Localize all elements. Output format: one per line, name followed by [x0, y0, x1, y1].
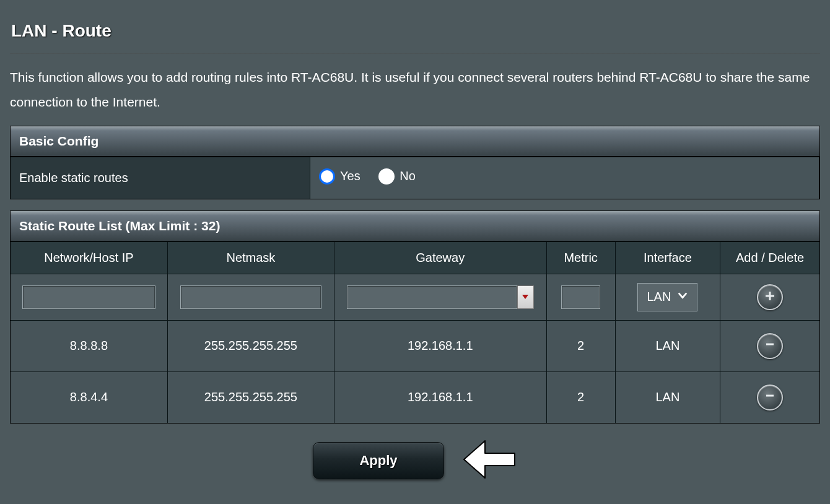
enable-static-routes-value-cell: Yes No: [310, 157, 819, 199]
apply-button[interactable]: Apply: [313, 442, 444, 479]
chevron-down-icon: [677, 290, 688, 304]
basic-config-table: Basic Config Enable static routes Yes No: [10, 126, 820, 199]
new-ip-input[interactable]: [22, 285, 155, 309]
cell-netmask: 255.255.255.255: [168, 320, 334, 371]
delete-route-button[interactable]: [757, 333, 783, 359]
apply-button-label: Apply: [359, 453, 397, 469]
plus-icon: [764, 290, 776, 305]
new-netmask-input[interactable]: [180, 285, 321, 309]
gateway-dropdown-button[interactable]: [517, 285, 534, 309]
cell-gateway: 192.168.1.1: [334, 371, 547, 423]
route-list-header: Static Route List (Max Limit : 32): [11, 211, 819, 241]
cell-metric: 2: [547, 371, 616, 423]
delete-route-button[interactable]: [757, 385, 783, 411]
radio-no-wrap[interactable]: No: [378, 168, 416, 185]
page-description: This function allows you to add routing …: [10, 65, 820, 115]
radio-no[interactable]: [378, 168, 395, 185]
cell-ip: 8.8.4.4: [11, 371, 168, 423]
cell-interface: LAN: [616, 371, 720, 423]
cell-metric: 2: [547, 320, 616, 371]
page-title: LAN - Route: [11, 21, 820, 41]
radio-yes-wrap[interactable]: Yes: [319, 168, 360, 185]
cell-gateway: 192.168.1.1: [334, 320, 547, 371]
col-metric: Metric: [547, 241, 616, 274]
new-interface-value: LAN: [647, 290, 671, 304]
radio-yes-label: Yes: [340, 169, 360, 183]
chevron-down-icon: [522, 292, 529, 303]
svg-marker-0: [522, 295, 528, 299]
col-action: Add / Delete: [720, 241, 819, 274]
radio-yes[interactable]: [319, 168, 335, 185]
cell-netmask: 255.255.255.255: [168, 371, 334, 423]
static-route-table: Static Route List (Max Limit : 32) Netwo…: [10, 211, 820, 424]
add-route-button[interactable]: [757, 284, 783, 310]
new-route-row: LAN: [11, 274, 819, 320]
minus-icon: [764, 338, 776, 354]
svg-marker-5: [464, 441, 515, 478]
col-gateway: Gateway: [334, 241, 547, 274]
enable-static-routes-label: Enable static routes: [11, 157, 310, 199]
cell-ip: 8.8.8.8: [11, 320, 168, 371]
basic-config-header: Basic Config: [11, 126, 819, 157]
new-gateway-input[interactable]: [347, 285, 517, 309]
new-metric-input[interactable]: [561, 285, 600, 309]
minus-icon: [764, 389, 776, 405]
arrow-left-icon: [461, 437, 517, 484]
col-netmask: Netmask: [168, 241, 334, 274]
route-row: 8.8.8.8 255.255.255.255 192.168.1.1 2 LA…: [11, 320, 819, 371]
new-interface-select[interactable]: LAN: [637, 283, 697, 311]
route-row: 8.8.4.4 255.255.255.255 192.168.1.1 2 LA…: [11, 371, 819, 423]
col-ip: Network/Host IP: [11, 241, 168, 274]
radio-no-label: No: [400, 169, 416, 183]
cell-interface: LAN: [616, 320, 720, 371]
divider: [10, 53, 820, 54]
col-interface: Interface: [616, 241, 720, 274]
footer: Apply: [10, 437, 820, 484]
